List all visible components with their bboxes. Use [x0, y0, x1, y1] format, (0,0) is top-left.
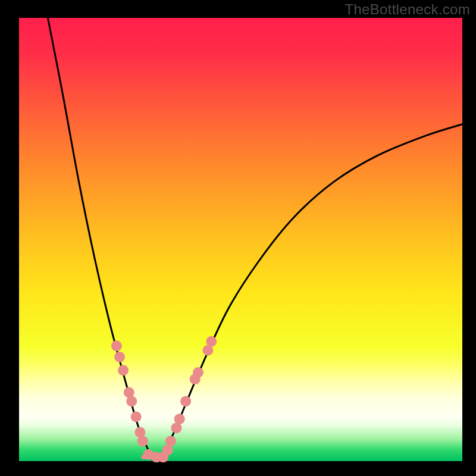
marker-left-cluster-dots: [111, 340, 122, 351]
marker-left-cluster-dots: [131, 412, 142, 422]
watermark-text: TheBottleneck.com: [345, 1, 470, 18]
marker-right-cluster-dots: [174, 414, 185, 424]
marker-right-cluster-dots: [165, 436, 176, 446]
marker-right-cluster-dots: [206, 336, 217, 347]
marker-left-cluster-dots: [114, 352, 125, 362]
marker-left-cluster-dots: [118, 365, 129, 375]
marker-left-cluster-dots: [137, 436, 148, 446]
chart-stage: TheBottleneck.com: [0, 0, 476, 476]
bottleneck-v-chart: [0, 0, 476, 476]
marker-right-cluster-dots: [193, 367, 203, 378]
gradient-background: [19, 18, 462, 461]
marker-right-cluster-dots: [180, 396, 191, 406]
marker-left-cluster-dots: [126, 396, 137, 406]
